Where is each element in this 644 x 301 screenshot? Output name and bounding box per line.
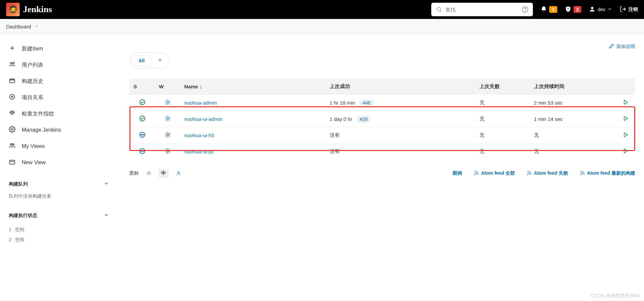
search-box[interactable] [431,3,533,16]
executor-row: 2空闲 [9,235,109,245]
table-row: nuohua-admin1 hr 18 min #46无2 min 53 sec [129,95,635,111]
svg-line-63 [165,149,166,150]
svg-marker-69 [624,149,628,153]
tab-add-button[interactable]: + [152,54,168,67]
build-queue-header[interactable]: 构建队列 [3,177,115,191]
logo[interactable]: 🧔 Jenkins [6,3,52,16]
col-duration[interactable]: 上次持续时间 [530,79,616,95]
svg-line-25 [169,104,170,105]
col-last-success[interactable]: 上次成功 [326,79,475,95]
svg-point-70 [475,174,475,175]
logout-button[interactable]: 注销 [620,6,638,14]
svg-point-13 [10,94,15,100]
last-success: 没有 [326,144,475,160]
history-icon [9,77,16,85]
sidebar-item-plus[interactable]: 新建Item [3,41,115,57]
feed-fail-link[interactable]: Atom feed 失败 [526,170,568,177]
svg-line-67 [165,153,166,153]
sidebar-item-people[interactable]: 用户列表 [3,57,115,73]
main-content: 添加说明 All + S W Name ↓ 上次成功 上次失败 上次持续时间 [118,35,644,254]
user-menu[interactable]: dev [589,6,612,14]
user-icon [589,6,596,14]
svg-line-64 [169,153,170,153]
size-medium[interactable]: 中 [159,169,169,178]
run-button[interactable] [616,144,635,160]
svg-marker-55 [624,133,628,137]
brand-text: Jenkins [23,4,52,15]
svg-rect-5 [568,10,568,10]
svg-point-14 [12,96,13,98]
svg-line-50 [169,136,170,137]
breadcrumb-item[interactable]: Dashboard [6,24,31,29]
alerts-button[interactable]: 2 [565,6,582,14]
gear-icon [9,126,16,134]
svg-point-46 [166,134,169,136]
build-badge[interactable]: #46 [359,99,374,107]
sidebar-item-relation[interactable]: 项目关系 [3,89,115,106]
last-success: 1 day 0 hr #28 [326,111,475,127]
rss-icon [474,170,479,177]
sidebar-item-views[interactable]: My Views [3,138,115,154]
job-link[interactable]: nuohua-ui-h5 [184,132,214,138]
col-weather[interactable]: W [155,79,180,95]
size-large[interactable]: 大 [173,169,184,178]
sidebar-item-history[interactable]: 构建历史 [3,73,115,89]
job-link[interactable]: nuohua-ui-admin [184,116,223,122]
job-table: S W Name ↓ 上次成功 上次失败 上次持续时间 nuohua-admin… [129,79,635,159]
view-tabs: All + [129,52,169,68]
notifications-button[interactable]: 3 [540,6,557,14]
build-queue-section: 构建队列 队列中没有构建任务 [3,177,115,202]
svg-marker-41 [624,116,628,121]
executor-title: 构建执行状态 [9,213,37,219]
weather-icon [155,95,180,111]
run-button[interactable] [616,95,635,111]
search-input[interactable] [445,7,519,13]
svg-point-60 [166,150,169,152]
notif-badge: 3 [549,6,557,13]
table-footer: 图标 小 中 大 图例 Atom feed 全部 Atom feed 失败 At… [129,169,635,178]
add-description-link[interactable]: 添加说明 [609,43,635,50]
svg-line-53 [165,136,166,137]
svg-point-44 [142,134,143,135]
job-link[interactable]: nuohua-admin [184,100,217,106]
col-name[interactable]: Name ↓ [180,79,326,95]
legend-link[interactable]: 图例 [453,170,462,176]
help-icon[interactable] [521,6,529,13]
feed-all-link[interactable]: Atom feed 全部 [474,170,515,177]
sidebar-item-label: 构建历史 [22,78,43,85]
svg-line-1 [440,10,441,12]
col-last-fail[interactable]: 上次失败 [475,79,530,95]
fingerprint-icon [9,110,16,118]
svg-point-72 [580,174,581,175]
rss-icon [526,170,532,177]
run-button[interactable] [616,127,635,144]
run-button[interactable] [616,111,635,127]
job-link[interactable]: nuohua-ui-pc [184,149,214,154]
svg-rect-4 [568,7,568,9]
sidebar-item-newview[interactable]: New View [3,154,115,171]
sidebar-item-fingerprint[interactable]: 检查文件指纹 [3,106,115,122]
svg-line-49 [165,133,166,133]
plus-icon [9,45,16,53]
svg-point-16 [10,144,12,145]
svg-line-29 [169,100,170,101]
executor-header[interactable]: 构建执行状态 [3,209,115,222]
weather-icon [155,111,180,127]
size-small[interactable]: 小 [144,169,154,178]
chevron-down-icon [607,7,612,13]
sidebar-item-gear[interactable]: Manage Jenkins [3,122,115,138]
svg-point-10 [11,62,12,64]
col-status[interactable]: S [129,79,155,95]
people-icon [9,61,16,69]
bell-icon [540,6,547,14]
last-success: 没有 [326,127,475,144]
tab-all[interactable]: All [131,55,152,66]
build-badge[interactable]: #28 [356,115,371,123]
svg-point-15 [12,129,13,130]
build-queue-title: 构建队列 [9,181,28,187]
add-description-label: 添加说明 [616,44,635,50]
feed-latest-link[interactable]: Atom feed 最新的构建 [580,170,635,177]
weather-icon [155,144,180,160]
last-fail: 无 [475,111,530,127]
duration: 1 min 14 sec [530,111,616,127]
